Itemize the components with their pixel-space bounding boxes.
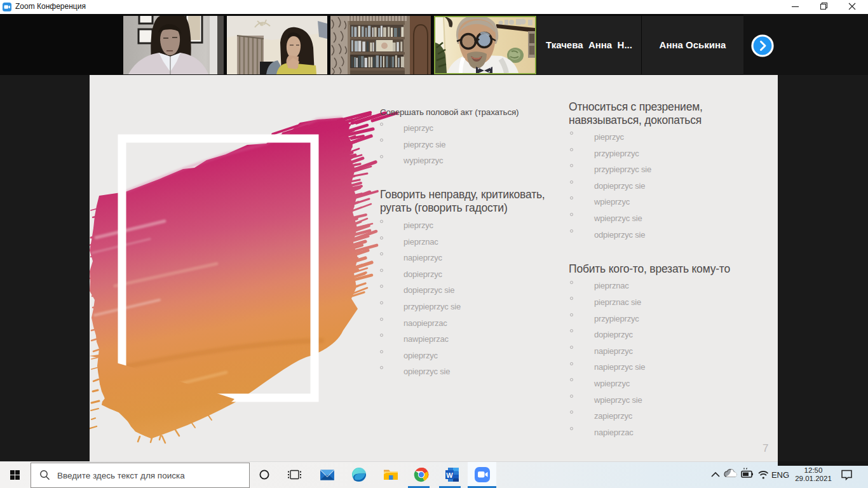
svg-text:29.01.2021: 29.01.2021: [795, 475, 832, 482]
svg-text:12:50: 12:50: [804, 466, 823, 474]
svg-text:W: W: [446, 471, 453, 479]
svg-text:Введите здесь текст для поиска: Введите здесь текст для поиска: [57, 471, 185, 480]
svg-text:ENG: ENG: [771, 470, 789, 480]
